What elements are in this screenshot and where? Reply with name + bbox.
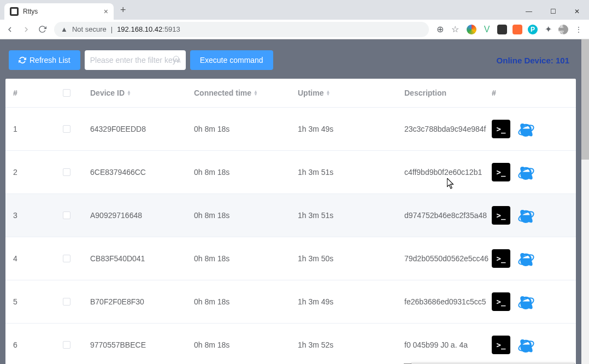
cell-connected-time: 0h 8m 18s bbox=[194, 211, 298, 220]
page-toolbar: Refresh List Execute command Online Devi… bbox=[5, 44, 576, 79]
cell-uptime: 1h 3m 51s bbox=[298, 211, 404, 220]
ext-icon[interactable] bbox=[497, 25, 507, 34]
browser-icon[interactable] bbox=[517, 292, 535, 311]
browser-menu-icon[interactable]: ⋮ bbox=[574, 25, 584, 34]
cell-device-id: 6CE8379466CC bbox=[90, 168, 194, 177]
minimize-button[interactable]: ― bbox=[517, 3, 541, 20]
cell-actions: >_ bbox=[492, 206, 570, 225]
scrollbar-thumb[interactable] bbox=[581, 39, 589, 160]
row-checkbox[interactable] bbox=[63, 255, 70, 262]
cell-index: 6 bbox=[11, 340, 63, 349]
extensions-menu-icon[interactable]: ✦ bbox=[543, 25, 553, 34]
extension-bar: V P ✦ 建辉 ⋮ bbox=[467, 25, 584, 34]
browser-icon[interactable] bbox=[517, 206, 535, 225]
table-row[interactable]: 4 CB83F540D041 0h 8m 18s 1h 3m 50s 79d2b… bbox=[5, 237, 576, 280]
cell-index: 3 bbox=[11, 211, 63, 220]
url-port: :5913 bbox=[162, 25, 180, 33]
table-row[interactable]: 2 6CE8379466CC 0h 8m 18s 1h 3m 51s c4ff9… bbox=[5, 151, 576, 194]
ext-icon[interactable]: V bbox=[482, 25, 492, 34]
table-row[interactable]: 3 A90929716648 0h 8m 18s 1h 3m 51s d9747… bbox=[5, 194, 576, 237]
terminal-icon[interactable]: >_ bbox=[492, 292, 510, 311]
table-row[interactable]: 1 64329F0EEDD8 0h 8m 18s 1h 3m 49s 23c3c… bbox=[5, 108, 576, 151]
zoom-icon[interactable]: ⊕ bbox=[437, 24, 444, 34]
col-actions: # bbox=[492, 89, 570, 97]
tab-close-icon[interactable]: × bbox=[104, 7, 108, 16]
svg-line-2 bbox=[178, 61, 179, 62]
row-checkbox[interactable] bbox=[63, 212, 70, 219]
cell-uptime: 1h 3m 50s bbox=[298, 254, 404, 263]
table-row[interactable]: 5 B70F2F0E8F30 0h 8m 18s 1h 3m 49s fe26b… bbox=[5, 280, 576, 324]
terminal-icon[interactable]: >_ bbox=[492, 249, 510, 268]
table-header: # Device ID▲▼ Connected time▲▼ Uptime▲▼ … bbox=[5, 79, 576, 108]
cell-uptime: 1h 3m 51s bbox=[298, 168, 404, 177]
table-row[interactable]: 6 9770557BBECE 0h 8m 18s 1h 3m 52s f0 04… bbox=[5, 324, 576, 364]
url-input[interactable]: ▲ Not secure | 192.168.10.42:5913 bbox=[54, 22, 429, 37]
page-viewport: Refresh List Execute command Online Devi… bbox=[0, 39, 589, 364]
online-device-label: Online Device: bbox=[497, 56, 553, 65]
cell-checkbox bbox=[63, 212, 90, 219]
terminal-icon[interactable]: >_ bbox=[492, 120, 510, 138]
cell-actions: >_ bbox=[492, 163, 570, 181]
window-controls: ― ☐ ✕ bbox=[517, 3, 589, 20]
refresh-label: Refresh List bbox=[30, 56, 70, 64]
tab-bar: Rttys × + ― ☐ ✕ bbox=[0, 0, 589, 20]
filter-input[interactable] bbox=[90, 56, 180, 64]
terminal-icon[interactable]: >_ bbox=[492, 163, 510, 181]
col-device-id[interactable]: Device ID▲▼ bbox=[90, 89, 194, 97]
profile-avatar[interactable]: 建辉 bbox=[558, 25, 568, 34]
row-checkbox[interactable] bbox=[63, 125, 70, 133]
terminal-icon[interactable]: >_ bbox=[492, 336, 510, 354]
bookmark-icon[interactable]: ☆ bbox=[451, 24, 459, 34]
maximize-button[interactable]: ☐ bbox=[541, 3, 565, 20]
cell-device-id: A90929716648 bbox=[90, 211, 194, 220]
browser-icon[interactable] bbox=[517, 120, 535, 138]
browser-tab[interactable]: Rttys × bbox=[4, 3, 114, 20]
nav-forward-button[interactable] bbox=[22, 25, 31, 34]
search-icon[interactable] bbox=[173, 55, 180, 65]
terminal-icon[interactable]: >_ bbox=[492, 206, 510, 225]
execute-command-button[interactable]: Execute command bbox=[190, 50, 273, 70]
browser-icon[interactable] bbox=[517, 249, 535, 268]
cell-actions: >_ bbox=[492, 249, 570, 268]
filter-input-wrap[interactable] bbox=[85, 50, 186, 70]
browser-icon[interactable] bbox=[517, 163, 535, 181]
vertical-scrollbar[interactable] bbox=[581, 39, 589, 364]
sort-icon: ▲▼ bbox=[326, 90, 330, 96]
url-security-label: Not secure bbox=[72, 25, 107, 33]
cell-checkbox bbox=[63, 168, 90, 176]
col-uptime[interactable]: Uptime▲▼ bbox=[298, 89, 404, 97]
ext-icon[interactable]: P bbox=[528, 25, 538, 34]
online-device-count: 101 bbox=[556, 56, 569, 65]
select-all-checkbox[interactable] bbox=[63, 89, 70, 97]
refresh-list-button[interactable]: Refresh List bbox=[9, 50, 80, 70]
row-checkbox[interactable] bbox=[63, 168, 70, 176]
cell-uptime: 1h 3m 49s bbox=[298, 125, 404, 133]
cell-index: 2 bbox=[11, 168, 63, 177]
nav-reload-button[interactable] bbox=[38, 25, 46, 33]
cell-checkbox bbox=[63, 341, 90, 349]
cell-connected-time: 0h 8m 18s bbox=[194, 168, 298, 177]
cell-connected-time: 0h 8m 18s bbox=[194, 125, 298, 133]
device-table: # Device ID▲▼ Connected time▲▼ Uptime▲▼ … bbox=[5, 79, 576, 364]
nav-back-button[interactable] bbox=[5, 25, 14, 34]
online-device-status: Online Device: 101 bbox=[497, 56, 573, 65]
row-checkbox[interactable] bbox=[63, 341, 70, 349]
new-tab-button[interactable]: + bbox=[114, 4, 133, 16]
cell-description: d974752b46e8c2f35a48 bbox=[404, 211, 492, 220]
cell-description: 79d2b0550d0562e5cc46 bbox=[404, 254, 492, 263]
close-window-button[interactable]: ✕ bbox=[565, 3, 589, 20]
url-sep: | bbox=[111, 25, 113, 33]
col-connected-time[interactable]: Connected time▲▼ bbox=[194, 89, 298, 97]
cell-actions: >_ bbox=[492, 292, 570, 311]
address-bar: ▲ Not secure | 192.168.10.42:5913 ⊕ ☆ V … bbox=[0, 20, 589, 39]
browser-icon[interactable] bbox=[517, 336, 535, 354]
refresh-icon bbox=[19, 56, 26, 64]
cell-description: f0 045b99 J0 a. 4a bbox=[404, 340, 492, 349]
sort-icon: ▲▼ bbox=[254, 90, 258, 96]
cell-checkbox bbox=[63, 298, 90, 306]
ext-icon[interactable] bbox=[467, 25, 476, 34]
ext-icon[interactable] bbox=[513, 25, 522, 34]
cell-connected-time: 0h 8m 18s bbox=[194, 297, 298, 306]
row-checkbox[interactable] bbox=[63, 298, 70, 306]
cell-device-id: CB83F540D041 bbox=[90, 254, 194, 263]
